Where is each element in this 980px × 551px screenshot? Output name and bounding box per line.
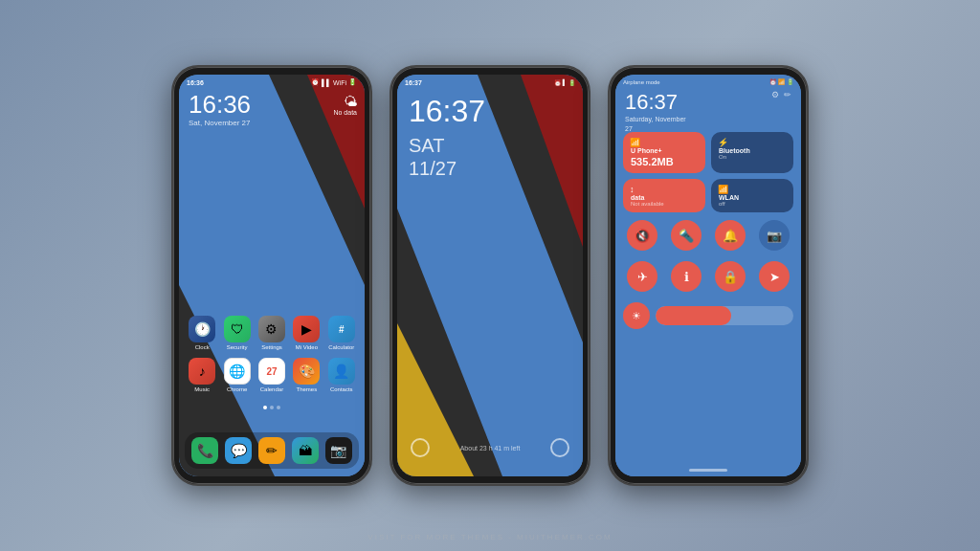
lockscreen-day: SAT [409,134,457,157]
cc-date: Saturday, November 27 [625,115,686,134]
phone-3: Airplane mode ⏰ 📶 🔋 16:37 Saturday, Nove… [608,65,809,486]
data-tile[interactable]: 📶 U Phone+ 535.2MB [623,132,705,173]
page-dots [179,406,365,409]
mobile-data-icon: ↕ [630,185,635,194]
power-button [589,143,590,172]
signal-icon: ▌▌ [322,79,331,86]
chrome-icon: 🌐 [224,358,251,385]
bluetooth-tile-content: Bluetooth On [719,147,786,160]
signal-icon: ▌ [563,79,567,85]
wlan-tile-content: WLAN off [719,194,786,207]
settings-icon[interactable]: ⚙ [771,90,779,99]
wlan-tile[interactable]: 📶 WLAN off [711,179,793,212]
volume-up-button [171,161,173,189]
sun-icon: ☀ [632,310,641,322]
contacts-app[interactable]: 👤 Contacts [328,358,355,392]
data-tile-value: 535.2MB [631,156,698,167]
security-icon: 🛡 [224,316,251,342]
status-time: 16:37 [405,79,422,86]
weather-text: No data [333,109,357,116]
data-icon: 📶 [630,138,640,147]
power-button [370,143,372,172]
home-indicator [689,469,727,472]
status-time: 16:36 [187,79,204,86]
bg-tri-2 [521,75,583,247]
wifi-icon: WiFi [333,79,346,86]
battery-text: About 23 h 41 m left [460,445,521,452]
control-center-header: 16:37 Saturday, November 27 ⚙ ✏ [625,90,791,134]
weather-widget: 🌤 No data [333,94,357,116]
mobile-data-sublabel: Not available [631,201,698,207]
alarm-icon: ⏰ [311,78,320,86]
bluetooth-tile-sublabel: On [719,154,786,160]
mivideo-icon: ▶ [293,316,320,342]
toggle-row-2: ✈ ℹ 🔒 ➤ [623,261,793,292]
mute-button [171,134,173,153]
calendar-app[interactable]: 27 Calendar [258,358,285,392]
mivideo-app[interactable]: ▶ Mi Video [293,316,320,350]
camera-app[interactable]: 📷 [325,437,352,464]
phone-2: 16:37 ⏰ ▌ 🔋 16:37 SAT 11/27 About 23 h 4… [390,65,590,486]
airplane-toggle[interactable]: ✈ [627,261,657,292]
calculator-app[interactable]: # Calculator [328,316,355,350]
phone3-screen: Airplane mode ⏰ 📶 🔋 16:37 Saturday, Nove… [615,75,801,476]
phone1-clock: 16:36 [189,92,251,117]
phone-1: 16:36 ⏰ ▌▌ WiFi 🔋 16:36 Sat, November 27… [171,65,372,486]
chrome-label: Chrome [227,386,247,392]
volume-up-button [608,161,610,189]
flashlight-toggle[interactable]: 🔦 [671,220,702,251]
info-toggle[interactable]: ℹ [671,261,702,292]
wlan-tile-sublabel: off [719,201,786,207]
calculator-icon: # [328,316,355,342]
lockscreen-bottom: About 23 h 41 m left [397,438,583,457]
settings-app[interactable]: ⚙ Settings [258,316,285,350]
mute-button [390,134,391,153]
lockscreen-date: SAT 11/27 [409,134,457,180]
alarm-icon: ⏰ [769,78,776,85]
camera-shortcut[interactable] [411,438,430,457]
lock-toggle[interactable]: 🔒 [715,261,746,292]
edit-icon[interactable]: ✏ [784,90,791,99]
dot-2 [270,406,274,409]
lockscreen-date-num: 11/27 [409,157,457,180]
dnd-toggle[interactable]: 🔔 [715,220,746,251]
battery-icon: 🔋 [348,78,357,86]
screen-record-toggle[interactable]: 📷 [759,220,790,251]
power-button [807,143,809,172]
phone-app[interactable]: 📞 [191,437,218,464]
notes-app[interactable]: ✏ [258,437,285,464]
phone3-status-bar: Airplane mode ⏰ 📶 🔋 [623,78,793,85]
wifi-icon: 📶 [718,185,728,194]
bluetooth-tile[interactable]: ⚡ Bluetooth On [711,132,793,173]
cc-time: 16:37 [625,90,686,115]
gallery-app[interactable]: 🏔 [292,437,319,464]
location-toggle[interactable]: ➤ [759,261,790,292]
volume-down-button [171,196,173,225]
themes-app[interactable]: 🎨 Themes [293,358,320,392]
signal-icon: 📶 [778,78,785,85]
clock-label: Clock [195,344,210,350]
watermark: VISIT FOR MORE THEMES - MIUITHEMER.COM [0,533,980,541]
mobile-data-tile[interactable]: ↕ data Not available [623,179,705,212]
silent-toggle[interactable]: 🔇 [627,220,657,251]
brightness-fill [656,306,731,325]
contacts-label: Contacts [330,386,353,392]
app-row-2: ♪ Music 🌐 Chrome 27 Calendar 🎨 Themes 👤 [185,358,359,392]
security-app[interactable]: 🛡 Security [224,316,251,350]
camera-btn-right[interactable] [550,438,569,457]
settings-icon: ⚙ [258,316,285,342]
airplane-mode-label: Airplane mode [623,79,660,85]
settings-label: Settings [261,344,282,350]
bluetooth-icon: ⚡ [718,138,728,147]
dot-3 [277,406,280,409]
calendar-icon: 27 [258,358,285,385]
phone2-screen: 16:37 ⏰ ▌ 🔋 16:37 SAT 11/27 About 23 h 4… [397,75,583,476]
mivideo-label: Mi Video [296,344,318,350]
music-app[interactable]: ♪ Music [189,358,215,392]
chrome-app[interactable]: 🌐 Chrome [224,358,251,392]
data-tile-label: U Phone+ [631,147,698,154]
brightness-slider[interactable] [656,306,793,325]
messages-app[interactable]: 💬 [225,437,252,464]
clock-app[interactable]: 🕐 Clock [189,316,215,350]
clock-icon: 🕐 [189,316,215,342]
